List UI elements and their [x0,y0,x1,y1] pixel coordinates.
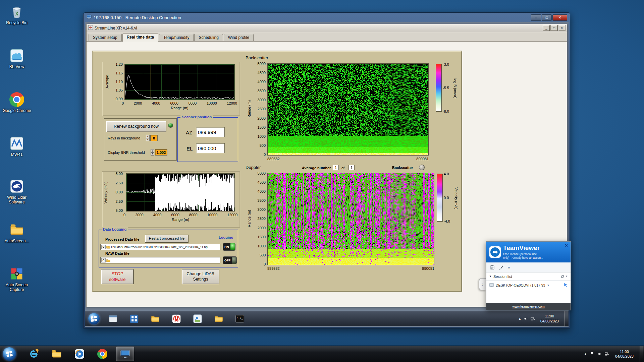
volume-icon[interactable] [597,352,601,356]
start-button[interactable] [3,347,16,361]
raw-logging-switch[interactable]: OFF [223,256,237,264]
tab-system-setup[interactable]: System setup [89,34,122,41]
session-list-label: Session list [493,275,512,279]
collapse-chevrons-icon[interactable]: « [508,265,510,270]
teamviewer-link[interactable]: www.teamviewer.com [512,305,544,308]
remote-network-icon[interactable] [531,317,535,321]
taskbar-explorer-icon[interactable] [48,347,66,361]
teamviewer-dock-tab[interactable]: › [479,278,486,290]
app-close-button[interactable]: × [558,25,565,31]
remote-task-power-app-icon[interactable] [169,312,184,325]
rays-spinner[interactable]: ▲▼ [146,135,150,141]
renew-background-button[interactable]: Renew background now [106,121,166,132]
tick-label: 500 [260,253,266,257]
app-minimize-button[interactable]: _ [543,25,550,31]
chrome-icon [1,91,33,108]
tick-label: 2000 [135,213,143,217]
rdp-maximize-button[interactable]: □ [542,14,552,21]
browse-folder-icon[interactable] [106,258,110,262]
switch-state-label: ON [223,243,230,250]
x-start-label: 889582 [267,266,280,270]
rdp-close-button[interactable]: ✕ [552,14,567,21]
tray-expand-icon[interactable]: ▲ [584,352,587,356]
desktop-icon-auto-screen-capture[interactable]: Auto Screen Capture [1,265,33,292]
restart-processed-file-button[interactable]: Restart processed file [145,235,189,243]
tab-temp-humidity[interactable]: Temp/humidity [159,34,194,41]
remote-system-tray: ▲ 11:00 04/08/2023 [518,311,569,326]
rdp-minimize-button[interactable]: – [531,14,541,21]
folder-icon [1,222,33,238]
tick-label: 1.15 [116,71,123,75]
az-field[interactable]: 089.999 [196,127,225,137]
app-titlebar[interactable]: StreamLine XR v14-6.vi _ □ × [87,24,567,32]
brush-icon[interactable] [499,265,504,270]
gear-icon[interactable] [560,275,565,279]
x-end-label: 890081 [422,266,434,270]
session-computer-entry[interactable]: DESKTOP-OE0QDVI (1 817 93 ▼ [486,281,571,290]
average-number-input[interactable]: 1 [333,165,339,170]
taskbar-chrome-icon[interactable] [93,347,111,361]
network-icon[interactable] [605,352,609,356]
velocity-x-axis-ticks: 020004000600080001000012000 [123,213,237,217]
remote-show-desktop-button[interactable] [564,311,568,326]
desktop-icon-autoscreen-folder[interactable]: AutoScreen... [1,222,33,244]
desktop-icon-mw41[interactable]: MW41 [1,135,33,157]
average-total-input[interactable]: 1 [348,165,355,170]
tab-wind-profile[interactable]: Wind profile [224,34,254,41]
backscatter-canvas [268,64,428,155]
remote-task-command-prompt-icon[interactable]: C:\_ [232,312,248,325]
remote-clock[interactable]: 11:00 04/08/2023 [538,314,561,323]
tab-real-time-data[interactable]: Real time data [122,34,158,42]
backscatter-colorbar-title: log B (/m/sr) [453,65,458,112]
remote-start-button[interactable] [88,313,100,324]
browse-folder-icon[interactable] [106,245,110,249]
clipboard-icon[interactable] [490,265,495,270]
desktop-icon-wind-lidar[interactable]: Wind Lidar Software [1,178,33,205]
app-maximize-button[interactable]: □ [551,25,557,31]
connect-cursor-icon[interactable] [564,283,568,288]
el-label: EL [186,146,193,152]
raw-path-field[interactable]: C [100,257,220,263]
teamviewer-close-icon[interactable]: ✕ [565,243,568,248]
velocity-canvas [126,174,234,211]
tab-scheduling[interactable]: Scheduling [194,34,223,41]
snr-value[interactable]: 1.002 [155,149,167,156]
desktop-icon-label: Auto Screen Capture [1,283,33,292]
chevron-down-icon[interactable]: ▼ [547,284,549,287]
vi-icon [88,25,93,31]
processed-path-field[interactable]: C C:\Lidar\Data\Proc\2023\202308\2023080… [100,244,220,250]
remote-volume-icon[interactable] [524,317,528,321]
change-lidar-settings-button[interactable]: Change LiDAR Settings [182,269,219,284]
stop-software-button[interactable]: STOP software [101,269,134,284]
processed-logging-switch[interactable]: ON [223,243,235,251]
remote-task-folder-icon[interactable] [148,312,163,325]
remote-task-folder2-icon[interactable] [211,312,226,325]
doppler-canvas [268,173,434,265]
desktop-icon-google-chrome[interactable]: Google Chrome [1,91,33,113]
session-list-bar[interactable]: ▼ Session list ▼ [486,273,571,281]
clock[interactable]: 11:00 04/08/2023 [612,349,636,359]
snr-spinner[interactable]: ▲▼ [151,149,154,156]
rdp-titlebar[interactable]: 192.168.0.150 - Remote Desktop Connectio… [84,13,570,22]
chevron-down-icon[interactable]: ▼ [565,275,568,278]
el-field[interactable]: 090.000 [196,143,225,153]
action-center-flag-icon[interactable] [590,352,594,356]
rays-value[interactable]: 8 [150,135,158,141]
desktop-icon-bl-view[interactable]: BL-View [1,47,33,69]
tick-label: -3.0 [443,62,449,66]
taskbar-media-player-icon[interactable] [70,347,89,361]
remote-task-window-icon[interactable] [105,312,121,325]
taskbar-internet-explorer-icon[interactable] [25,347,43,361]
velocity-plot [126,173,235,212]
taskbar-remote-desktop-icon[interactable] [116,347,134,361]
backscatter-toggle-button[interactable] [419,165,425,170]
data-logging-title: Data Logging [102,227,128,231]
desktop-icon-recycle-bin[interactable]: Recycle Bin [1,3,33,25]
doppler-heatmap [267,173,434,265]
recycle-bin-icon [1,3,33,20]
svg-text:C:\_: C:\_ [236,316,243,319]
remote-task-updater-app-icon[interactable] [190,312,205,325]
remote-tray-expand-icon[interactable]: ▲ [518,317,521,320]
remote-task-grid-app-icon[interactable] [126,312,142,325]
show-desktop-button[interactable] [640,346,643,362]
